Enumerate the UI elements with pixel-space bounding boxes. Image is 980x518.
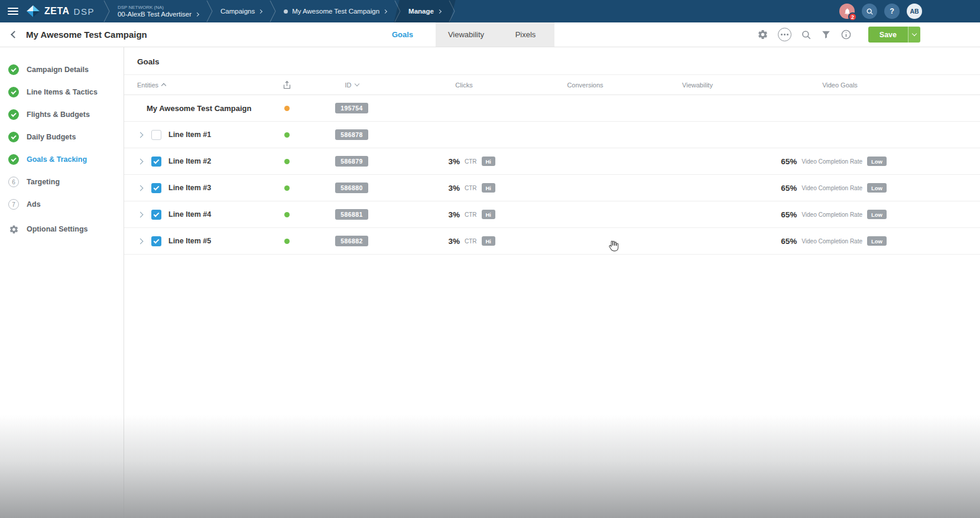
- column-header-id[interactable]: ID: [301, 75, 402, 95]
- logo-dsp-text: DSP: [74, 6, 95, 17]
- breadcrumb-advertiser[interactable]: DSP NETWORK (NA) 00-AlexB Test Advertise…: [111, 0, 206, 22]
- priority-badge: Low: [867, 236, 887, 246]
- network-label: DSP NETWORK (NA): [118, 5, 199, 10]
- table-row-line-item[interactable]: Line Item #1 586878: [124, 122, 980, 148]
- avatar[interactable]: AB: [907, 4, 922, 19]
- breadcrumb-campaigns[interactable]: Campaigns: [213, 0, 269, 22]
- sidebar-item-daily-budgets[interactable]: Daily Budgets: [0, 126, 124, 148]
- status-dot-green: [284, 185, 290, 191]
- check-circle-icon: [8, 132, 19, 142]
- content-area: Goals Entities ID Clicks Conversions Vie…: [124, 47, 980, 518]
- filter-button[interactable]: [821, 30, 831, 40]
- priority-badge: Low: [867, 210, 887, 219]
- chevron-right-icon: [383, 9, 387, 13]
- table-row-line-item[interactable]: Line Item #5 586882 3% CTR Hi 65% Video …: [124, 228, 980, 255]
- notifications-button[interactable]: 2: [839, 4, 855, 19]
- sidebar-item-campaign-details[interactable]: Campaign Details: [0, 58, 124, 81]
- column-header-viewability[interactable]: Viewability: [644, 75, 751, 95]
- status-dot-green: [284, 239, 290, 244]
- table-row-line-item[interactable]: Line Item #2 586879 3% CTR Hi 65% Video …: [124, 148, 980, 175]
- status-dot-green: [284, 212, 290, 217]
- tab-goals[interactable]: Goals: [369, 22, 436, 47]
- sidebar-item-optional-settings[interactable]: Optional Settings: [0, 218, 124, 240]
- table-row-line-item[interactable]: Line Item #3 586880 3% CTR Hi 65% Video …: [124, 175, 980, 201]
- video-value: 65%: [781, 237, 797, 246]
- more-button[interactable]: [778, 28, 791, 41]
- entity-name: Line Item #2: [168, 157, 211, 165]
- back-button[interactable]: [11, 31, 18, 38]
- table-row-campaign[interactable]: My Awesome Test Campaign 195754: [124, 95, 980, 122]
- more-dots-icon: [778, 28, 791, 41]
- tab-viewability[interactable]: Viewability: [436, 22, 497, 47]
- status-dot-orange: [284, 106, 290, 111]
- row-checkbox[interactable]: [151, 236, 161, 246]
- chevron-right-icon: [437, 9, 442, 13]
- expand-chevron-icon[interactable]: [138, 185, 144, 191]
- check-icon: [154, 184, 160, 190]
- clicks-metric: CTR: [465, 211, 477, 218]
- menu-icon[interactable]: [0, 0, 25, 22]
- zeta-dsp-logo[interactable]: ZETA DSP: [25, 0, 103, 22]
- column-header-share[interactable]: [272, 75, 301, 95]
- video-value: 65%: [781, 184, 797, 193]
- clicks-metric: CTR: [465, 158, 477, 165]
- id-badge: 195754: [335, 103, 368, 113]
- column-header-conversions[interactable]: Conversions: [526, 75, 644, 95]
- expand-chevron-icon[interactable]: [138, 211, 144, 217]
- row-checkbox[interactable]: [151, 183, 161, 193]
- entity-name: My Awesome Test Campaign: [147, 104, 251, 113]
- status-cell: [272, 106, 301, 111]
- breadcrumb-campaign[interactable]: My Awesome Test Campaign: [277, 0, 394, 22]
- save-button[interactable]: Save: [868, 27, 920, 43]
- video-value: 65%: [781, 210, 797, 219]
- table-row-line-item[interactable]: Line Item #4 586881 3% CTR Hi 65% Video …: [124, 201, 980, 228]
- section-title: Goals: [124, 47, 980, 75]
- check-icon: [154, 211, 160, 217]
- id-badge: 586882: [335, 236, 368, 246]
- entity-cell: Line Item #1: [124, 122, 272, 148]
- breadcrumb-manage[interactable]: Manage: [401, 0, 448, 22]
- sidebar-item-line-items-tactics[interactable]: Line Items & Tactics: [0, 81, 124, 103]
- table-search-button[interactable]: [801, 30, 812, 40]
- column-header-video-goals[interactable]: Video Goals: [751, 75, 980, 95]
- breadcrumb-separator: [103, 0, 111, 22]
- row-checkbox[interactable]: [151, 130, 161, 140]
- check-circle-icon: [8, 64, 19, 75]
- filter-funnel-icon: [821, 30, 831, 40]
- check-circle-icon: [8, 109, 19, 120]
- clicks-metric: CTR: [465, 185, 477, 191]
- sidebar-item-goals-tracking[interactable]: Goals & Tracking: [0, 148, 124, 171]
- entity-name: Line Item #4: [168, 210, 211, 219]
- sidebar-item-flights-budgets[interactable]: Flights & Budgets: [0, 103, 124, 126]
- clicks-goal-cell: 3% CTR Hi: [402, 175, 526, 201]
- clicks-value: 3%: [448, 157, 460, 166]
- entity-cell: Line Item #4: [124, 201, 272, 227]
- video-metric: Video Completion Rate: [801, 185, 862, 191]
- expand-chevron-icon[interactable]: [138, 238, 144, 244]
- global-search-button[interactable]: [862, 4, 877, 19]
- clicks-metric: CTR: [465, 238, 477, 245]
- check-icon: [154, 158, 160, 164]
- entity-name: Line Item #1: [168, 131, 211, 139]
- settings-button[interactable]: [757, 29, 768, 40]
- expand-chevron-icon[interactable]: [138, 132, 144, 138]
- entity-cell: Line Item #2: [124, 148, 272, 174]
- sidebar-item-ads[interactable]: 7 Ads: [0, 193, 124, 216]
- video-value: 65%: [781, 157, 797, 166]
- id-cell: 586882: [301, 236, 402, 246]
- column-header-entities[interactable]: Entities: [124, 75, 272, 95]
- row-checkbox[interactable]: [151, 157, 161, 167]
- logo-zeta-text: ZETA: [44, 6, 70, 17]
- save-dropdown-button[interactable]: [908, 27, 920, 43]
- row-checkbox[interactable]: [151, 210, 161, 220]
- tab-pixels[interactable]: Pixels: [497, 22, 554, 47]
- info-button[interactable]: [841, 29, 852, 40]
- breadcrumb-separator: [206, 0, 213, 22]
- sidebar-item-targeting[interactable]: 6 Targeting: [0, 171, 124, 193]
- campaigns-label: Campaigns: [220, 8, 255, 15]
- help-button[interactable]: ?: [884, 4, 900, 19]
- expand-chevron-icon[interactable]: [138, 158, 144, 164]
- campaign-status-dot: [284, 9, 288, 14]
- entity-cell: My Awesome Test Campaign: [124, 95, 272, 121]
- column-header-clicks[interactable]: Clicks: [402, 75, 526, 95]
